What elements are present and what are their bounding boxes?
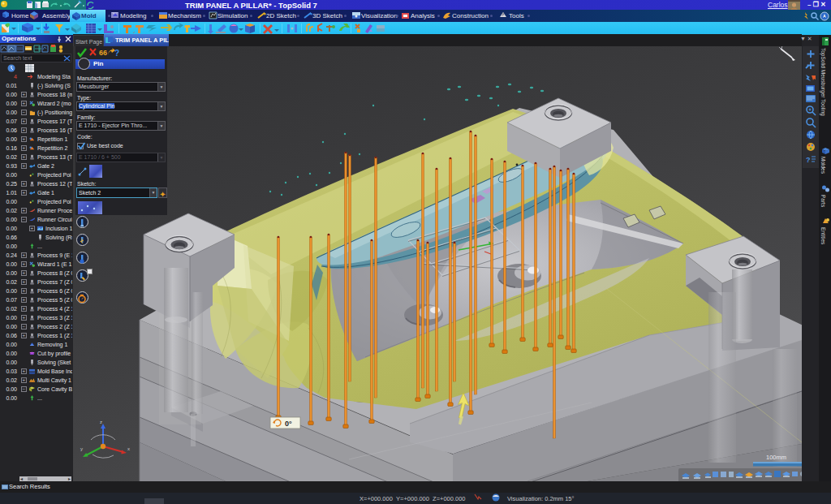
svg-text:z: z: [100, 420, 102, 424]
svg-text:?: ?: [806, 156, 811, 164]
svg-text:66: 66: [99, 49, 107, 57]
svg-text:100mm: 100mm: [766, 454, 786, 461]
svg-text:?: ?: [114, 49, 119, 58]
svg-text:0°: 0°: [285, 420, 292, 428]
svg-text:x: x: [127, 446, 130, 451]
svg-text:y: y: [80, 446, 83, 451]
